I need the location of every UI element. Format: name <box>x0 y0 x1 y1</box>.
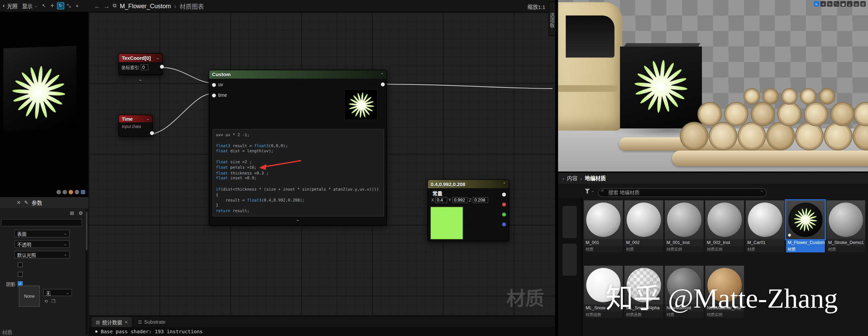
node-custom[interactable]: Custom ⌃ uv time uv= uv * 2 -1; float3 r… <box>209 70 387 226</box>
log-end <box>777 102 802 126</box>
asset-tile-M_Stroke_Demo1[interactable]: M_Stroke_Demo1材质 <box>827 201 865 253</box>
asset-thumbnail <box>584 266 623 305</box>
asset-tile-M_002_Inst[interactable]: M_002_Inst材质实例 <box>705 201 744 253</box>
preview-shape-custom-icon[interactable] <box>81 190 85 194</box>
opacity-mode-dropdown[interactable]: 不透明 ⌄ <box>14 240 70 248</box>
node-custom-header[interactable]: Custom ⌃ <box>209 70 386 78</box>
grid-snap-icon[interactable]: ▦ <box>840 1 846 7</box>
preview-shape-sphere-icon[interactable] <box>63 190 67 194</box>
node-time[interactable]: Time ⌄ Input Data <box>118 115 153 137</box>
y-input[interactable] <box>452 197 468 203</box>
asset-tile-ML_Snow_Alpha[interactable]: ML_Snow_Alpha材质函数 <box>625 266 663 318</box>
chevron-up-icon[interactable]: ⌃ <box>503 182 506 186</box>
move-tool-icon[interactable]: ✛ <box>49 2 56 9</box>
checkbox[interactable] <box>18 262 23 268</box>
none-dropdown[interactable]: 无 ⌄ <box>43 289 72 296</box>
breadcrumb-folder[interactable]: 地编材质 <box>585 175 606 182</box>
chevron-down-icon[interactable]: ⌄ <box>146 117 149 121</box>
asset-tile-M_Car01[interactable]: M_Car01材质 <box>746 201 784 253</box>
filter-button[interactable]: ⌄ <box>584 189 594 194</box>
preview-shape-cube-icon[interactable] <box>75 190 79 194</box>
asset-thumbnail <box>625 201 663 239</box>
shading-model-dropdown[interactable]: 默认光照 ⌄ <box>14 251 70 259</box>
scale-tool-icon[interactable]: ⤡ <box>65 2 72 9</box>
select-tool-icon[interactable]: ↖ <box>40 2 48 9</box>
asset-tile-NewMaterial[interactable]: NewMaterial材质 <box>665 266 704 318</box>
breadcrumb-separator: › <box>563 175 564 181</box>
code-block[interactable]: uv= uv * 2 -1; float3 result = float3(0,… <box>213 129 384 217</box>
overflow-chevron-icon[interactable]: » <box>74 2 81 9</box>
z-input[interactable] <box>473 197 488 203</box>
chevron-up-icon[interactable]: ⌃ <box>380 72 383 77</box>
breadcrumb-asset[interactable]: M_Flower_Custom <box>120 2 171 9</box>
log-end <box>819 88 835 105</box>
coordinate-index-input[interactable] <box>141 64 149 70</box>
camera-speed-icon[interactable]: ◎ <box>854 1 859 7</box>
b-output-pin[interactable] <box>502 222 506 226</box>
node-constant3-header[interactable]: 0.4,0.992,0.208 ⌃ <box>428 180 509 188</box>
collapsed-sources-strip[interactable] <box>558 198 582 336</box>
material-preview-viewport[interactable] <box>0 12 89 197</box>
grid-view-icon[interactable]: ⊞ <box>70 210 74 216</box>
close-icon[interactable]: ✕ <box>124 320 128 325</box>
level-viewport[interactable]: ↖ ✛ ↻ ⤡ ▦ ∠ ◎ ☰ <box>558 0 868 172</box>
close-icon[interactable]: ✕ <box>17 200 21 205</box>
log-end <box>743 88 760 105</box>
expand-chevron-icon[interactable]: ⌄ <box>138 77 142 82</box>
color-swatch[interactable] <box>430 206 463 240</box>
use-selected-icon[interactable]: ⟲ <box>44 299 48 304</box>
content-breadcrumb: › 内容 › 地编材质 <box>558 173 868 184</box>
viewport-menu-icon[interactable]: ☰ <box>860 1 866 7</box>
preview-shape-selector[interactable] <box>56 190 85 194</box>
g-output-pin[interactable] <box>502 212 506 216</box>
search-input[interactable] <box>598 188 767 197</box>
tab-substrate[interactable]: ☰ Substrate <box>134 317 169 327</box>
preview-shape-cylinder-icon[interactable] <box>56 190 61 194</box>
chevron-down-icon: ⌄ <box>66 290 69 295</box>
uv-input-pin[interactable] <box>212 83 216 87</box>
time-output-pin[interactable] <box>150 131 154 135</box>
back-button[interactable]: ← <box>94 2 100 9</box>
checkbox[interactable] <box>18 272 23 277</box>
collapse-chevron-icon[interactable]: ⌃ <box>296 219 300 224</box>
asset-tile-M_001_Inst[interactable]: M_001_Inst材质实例 <box>665 201 704 253</box>
breadcrumb-content[interactable]: 内容 <box>567 175 578 182</box>
tab-statistics[interactable]: ▤ 统计数据 ✕ <box>92 317 132 327</box>
chevron-down-icon[interactable]: ⌄ <box>156 56 159 60</box>
viewport-rotate-icon[interactable]: ↻ <box>827 1 832 7</box>
details-search-input[interactable] <box>1 219 82 227</box>
x-input[interactable] <box>435 197 448 203</box>
time-pin-label: time <box>218 92 227 98</box>
node-time-header[interactable]: Time ⌄ <box>119 115 152 122</box>
preview-shape-plane-icon[interactable] <box>68 190 73 194</box>
node-texcoord[interactable]: TexCoord[0] ⌄ 坐标索引 <box>118 53 163 75</box>
asset-tile-ML_Snow[interactable]: ML_Snow材质函数 <box>584 266 623 318</box>
details-scrollbar[interactable] <box>85 209 88 335</box>
forward-button[interactable]: → <box>103 2 110 9</box>
viewport-select-icon[interactable]: ↖ <box>814 1 819 7</box>
node-constant3[interactable]: 0.4,0.992,0.208 ⌃ 常量 X Y Z <box>427 179 509 241</box>
angle-snap-icon[interactable]: ∠ <box>847 1 853 7</box>
asset-type: 材质 <box>584 246 623 253</box>
browse-icon[interactable]: ❐ <box>51 299 55 304</box>
custom-output-pin[interactable] <box>381 82 385 86</box>
preview-lighting-button[interactable]: ◐ 光照 <box>1 1 19 11</box>
rotate-tool-icon[interactable]: ↻ <box>57 2 64 9</box>
time-input-pin[interactable] <box>212 93 216 97</box>
texcoord-output-pin[interactable] <box>160 65 164 68</box>
r-output-pin[interactable] <box>502 203 506 206</box>
node-texcoord-header[interactable]: TexCoord[0] ⌄ <box>119 54 162 62</box>
rgb-output-pin[interactable] <box>502 193 506 196</box>
asset-tile-M_001[interactable]: M_001材质 <box>584 201 623 253</box>
asset-tile-NewMaterial_Inst[interactable]: NewMaterial_Inst材质实例 <box>705 266 744 318</box>
asset-tile-M_Flower_Custom[interactable]: ✱M_Flower_Custom材质 <box>786 201 825 253</box>
viewport-scale-icon[interactable]: ⤡ <box>834 1 839 7</box>
blend-mode-dropdown[interactable]: 表面 ⌄ <box>14 230 70 237</box>
viewport-move-icon[interactable]: ✛ <box>820 1 826 7</box>
asset-tile-M_002[interactable]: M_002材质 <box>625 201 663 253</box>
material-graph-canvas[interactable]: TexCoord[0] ⌄ 坐标索引 ⌄ Time ⌄ Input Data C… <box>89 12 555 316</box>
none-texture-thumbnail[interactable]: None <box>19 286 40 307</box>
preview-display-button[interactable]: 显示 ⌄ <box>21 1 39 11</box>
gear-icon[interactable]: ⚙ <box>78 210 83 216</box>
search-options-chevron-icon[interactable]: ⌄ <box>760 188 763 193</box>
